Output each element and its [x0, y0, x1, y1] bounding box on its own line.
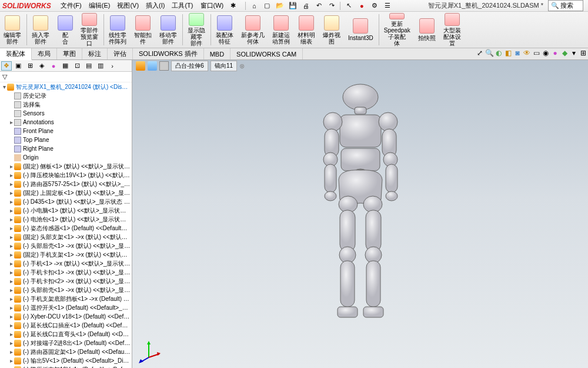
menu-edit[interactable]: 编辑(E) [85, 1, 114, 10]
appearances-icon[interactable]: ● [550, 48, 560, 58]
expand-icon[interactable]: ▸ [8, 172, 14, 178]
tree-item[interactable]: Origin [0, 153, 132, 162]
display-style-icon[interactable]: ◙ [513, 48, 522, 58]
ribbon-btn-0[interactable]: 编辑零 部件 [0, 12, 25, 48]
tree-item[interactable]: ▸(-) 延长线C口插座<1> (Default) <<Default>_Dis… [0, 321, 132, 330]
bc-part-icon[interactable] [148, 61, 157, 71]
expand-icon[interactable]: ▸ [8, 357, 14, 364]
tree-item[interactable]: ▸(-) 对接端子2进8出<1> (Default) <<Default>_Di… [0, 339, 132, 347]
ribbon-btn-14[interactable]: 更新 Speedpak 子装配 体 [380, 12, 415, 48]
new-icon[interactable]: ▢ [262, 1, 272, 11]
ribbon-btn-6[interactable]: 移动零 部件 [156, 12, 181, 48]
tree-item[interactable]: ▸(-) 姿态传感器<1> (Default) <<Default>_Displ… [0, 224, 132, 233]
tree-item[interactable]: ▸(固定) 上固定板<1> (默认) <<默认>_显示状态 1> [0, 188, 132, 197]
section-icon[interactable]: ◧ [503, 48, 513, 58]
home-icon[interactable]: ⌂ [249, 1, 259, 11]
tree-item[interactable]: ▸(-) 头部后壳<1> ->x (默认) <<默认>_显示状态 1> [0, 241, 132, 250]
view-triad[interactable] [137, 340, 161, 363]
expand-icon[interactable]: ▾ [1, 84, 7, 90]
expand-icon[interactable]: ▸ [8, 190, 14, 196]
expand-icon[interactable]: ▸ [8, 278, 14, 284]
feature-tree-tab-icon[interactable]: ❖ [1, 61, 12, 71]
tree-item[interactable]: 选择集 [0, 100, 132, 109]
tree-item[interactable]: ▸(-) 手机卡扣<2> ->x (默认) <<默认>_显示状态 1> [0, 277, 132, 286]
expand-icon[interactable]: ▸ [8, 225, 14, 231]
breadcrumb-2[interactable]: 镜向11 [211, 61, 237, 71]
expand-icon[interactable]: ▸ [8, 163, 14, 170]
settings-icon[interactable]: ☰ [383, 1, 392, 11]
tab-more-icon[interactable]: › [107, 61, 118, 71]
breadcrumb-1[interactable]: 凸台-拉伸6 [171, 61, 208, 71]
tab-2[interactable]: 草图 [57, 48, 82, 59]
tree-item[interactable]: ▸(-) 输出5V<1> (Default) <<Default>_Displa… [0, 356, 132, 365]
options-icon[interactable]: ⚙ [370, 1, 379, 11]
redo-icon[interactable]: ↷ [327, 1, 336, 11]
expand-icon[interactable]: ▸ [8, 331, 14, 337]
hide-show-icon[interactable]: 👁 [522, 48, 532, 58]
tab7-icon[interactable]: ⊡ [72, 61, 82, 71]
view-settings-icon[interactable]: ▾ [569, 48, 579, 58]
expand-icon[interactable]: ▸ [8, 119, 14, 125]
tab-7[interactable]: SOLIDWORKS CAM [230, 48, 303, 59]
tree-item[interactable]: ▸(-) 延长线C口直弯头<1> (Default) <<Default>_Di [0, 330, 132, 339]
save-icon[interactable]: 💾 [288, 1, 298, 11]
menu-window[interactable]: 窗口(W) [197, 1, 228, 10]
config-tab-icon[interactable]: ⊞ [25, 61, 35, 71]
ribbon-btn-7[interactable]: 显示隐 藏零 部件 [184, 12, 209, 48]
tree-item[interactable]: ▸(-) Xyber-DCU v18<1> (Default) <<Defaul… [0, 312, 132, 321]
expand-icon[interactable]: ▸ [8, 243, 14, 249]
tree-item[interactable]: ▸(-) 路由器固定架<1> (Default) <<Default>_Disp… [0, 347, 132, 356]
tree-item[interactable]: ▸(固定) 头部支架<1> ->x (默认) <<默认>_显示状态 [0, 233, 132, 241]
expand-icon[interactable]: ▸ [8, 349, 14, 355]
tree-item[interactable]: ▸(-) 电池包<1> (默认) <<默认>_显示状态 1> [0, 215, 132, 224]
scene-icon[interactable]: ◉ [541, 48, 550, 58]
tree-item[interactable]: Sensors [0, 109, 132, 118]
tab6-icon[interactable]: ▦ [60, 61, 71, 71]
menu-tools[interactable]: 工具(T) [168, 1, 196, 10]
expand-icon[interactable]: ▸ [8, 313, 14, 320]
tab8-icon[interactable]: ▤ [83, 61, 94, 71]
tree-item[interactable]: 历史记录 [0, 91, 132, 100]
tree-item[interactable]: Front Plane [0, 127, 132, 135]
select-icon[interactable]: ↖ [344, 1, 353, 11]
expand-icon[interactable]: ▸ [8, 181, 14, 187]
ribbon-btn-5[interactable]: 智能扣 件 [131, 12, 156, 48]
ribbon-btn-16[interactable]: 大型装 配体设 置 [440, 12, 465, 48]
zoom-fit-icon[interactable]: ⤢ [475, 48, 485, 58]
ribbon-btn-1[interactable]: 插入零 部件 [28, 12, 54, 48]
ribbon-btn-8[interactable]: 装配体 特征 [212, 12, 238, 48]
tree-item[interactable]: ▸(-) 手机<1> ->x (默认) <<默认>_显示状态 1> [0, 259, 132, 268]
search-box[interactable]: 🔍 搜索 [548, 0, 583, 11]
expand-icon[interactable]: ▸ [8, 287, 14, 293]
expand-icon[interactable]: ▸ [8, 216, 14, 223]
open-icon[interactable]: 📂 [275, 1, 285, 11]
ribbon-btn-11[interactable]: 材料明 细表 [294, 12, 319, 48]
bc-asm-icon[interactable] [136, 61, 145, 71]
perspective-icon[interactable]: ▭ [532, 48, 541, 58]
tree-item[interactable]: ▸(-) 路由器5757-25<1> (默认) <<默认>_显示状态 [0, 180, 132, 188]
bc-body-icon[interactable] [159, 61, 169, 71]
tab9-icon[interactable]: ▥ [95, 61, 106, 71]
tree-item[interactable]: ▸(-) 手机卡扣<1> ->x (默认) <<默认>_显示状态 1> [0, 268, 132, 277]
menu-file[interactable]: 文件(F) [57, 1, 85, 10]
expand-icon[interactable]: ▸ [8, 269, 14, 276]
expand-icon[interactable]: ▸ [8, 198, 14, 205]
expand-icon[interactable]: ▸ [8, 251, 14, 258]
tab-6[interactable]: MBD [204, 48, 230, 59]
tree-item[interactable]: ▸(-) 降压板支架19V<1> (Default) <<Default>_Di… [0, 365, 132, 368]
expand-icon[interactable]: ▸ [8, 304, 14, 311]
tree-item[interactable]: ▸(-) 降压模块输出19V<1> (默认) <<默认>_显示状 [0, 171, 132, 180]
tree-item[interactable]: ▸(-) 手机支架底部挡板<1> ->x (Default) <<Default [0, 294, 132, 303]
tree-item[interactable]: ▸(固定) 侧板<1> (默认) <<默认>_显示状态 1> [0, 162, 132, 171]
tree-item[interactable]: Top Plane [0, 135, 132, 144]
expand-icon[interactable]: ▸ [8, 340, 14, 346]
tree-item[interactable]: ▸(-) D435<1> (默认) <<默认>_显示状态 1> [0, 197, 132, 206]
breadcrumb-close-icon[interactable]: ⊗ [239, 62, 245, 70]
graphics-viewport[interactable]: 凸台-拉伸6 镜向11 ⊗ [132, 60, 588, 368]
tree-filter[interactable]: ▽ [0, 72, 132, 82]
tab-1[interactable]: 布局 [32, 48, 57, 59]
tree-item[interactable]: ▾智元灵犀X1_整机_20241024 (默认) <Display State [0, 82, 132, 91]
expand-icon[interactable]: ▸ [8, 207, 14, 214]
tree-item[interactable]: ▸Annotations [0, 118, 132, 127]
tree-item[interactable]: ▸(-) 小电脑<1> (默认) <<默认>_显示状态 1> [0, 206, 132, 215]
